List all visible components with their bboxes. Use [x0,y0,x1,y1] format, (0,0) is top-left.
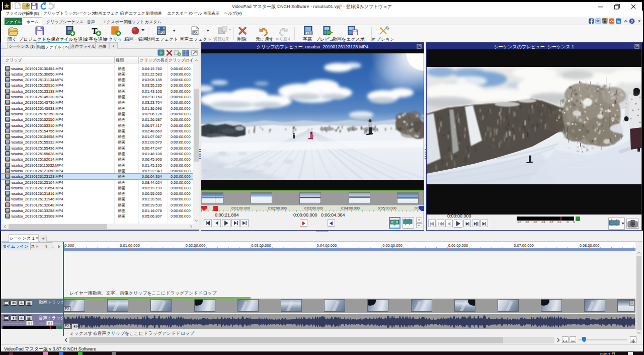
svg-text:?: ? [631,19,633,24]
svg-text:FX: FX [160,31,165,34]
svg-text:FX: FX [193,31,198,34]
svg-text:in: in [617,19,620,24]
svg-text:A: A [20,316,23,320]
svg-text:SUB: SUB [305,31,312,35]
svg-text:A: A [20,301,23,305]
